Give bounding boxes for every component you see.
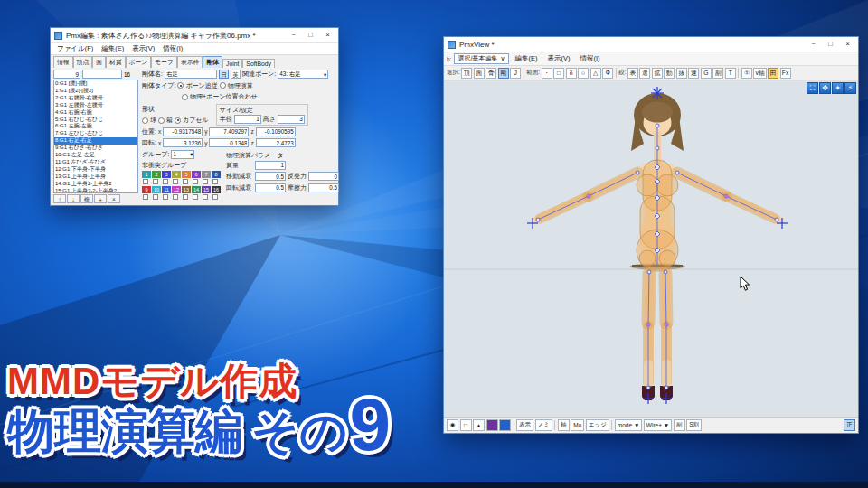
toggle-select-button[interactable]: 選 [639, 68, 650, 79]
rot-z-input[interactable] [256, 138, 296, 147]
group-cell[interactable]: 10 [152, 186, 161, 193]
pos-x-input[interactable] [163, 127, 203, 136]
pos-y-input[interactable] [209, 127, 249, 136]
select-rigidbody-button[interactable]: 剛 [498, 68, 509, 79]
list-item[interactable]: 12:G1 下半身-下半身 [54, 166, 137, 174]
group-cell[interactable]: 8 [212, 171, 221, 178]
group-cell[interactable]: 7 [202, 171, 211, 178]
delete-button[interactable]: × [108, 194, 120, 203]
rigidbody-name-input[interactable] [165, 70, 217, 79]
repulsion-input[interactable] [308, 172, 339, 181]
list-item[interactable]: 6:G1 左腕-左腕 [54, 123, 137, 130]
noncol-checkbox[interactable] [143, 179, 148, 184]
group-cell[interactable]: 9 [142, 186, 151, 193]
list-item[interactable]: 10:G1 左足-左足 [54, 152, 137, 159]
noncol-checkbox[interactable] [173, 194, 178, 200]
mass-input[interactable] [255, 161, 286, 170]
group-cell[interactable]: 15 [202, 186, 211, 193]
menu-view[interactable]: 表示(V) [544, 54, 574, 63]
group-cell[interactable]: 12 [172, 186, 181, 193]
light-view-icon[interactable]: ✦ [832, 82, 844, 94]
s-split-button[interactable]: S割 [686, 419, 702, 431]
fit-view-icon[interactable]: ⛶ [807, 82, 818, 94]
tab-morph[interactable]: モーフ [151, 56, 177, 68]
pos-z-input[interactable] [256, 127, 296, 136]
pmx-view-window[interactable]: PmxView * － □ × b: 選択/基本編集 ∨ 編集(E) 表示(V)… [443, 36, 859, 434]
friction-input[interactable] [308, 183, 339, 192]
type-radio-physics-bone[interactable] [182, 94, 188, 100]
tab-info[interactable]: 情報 [53, 56, 73, 68]
editor-titlebar[interactable]: Pmx編集 : 素体さん作る♪♪物理演算編 キャラ作業06.pmx * － □ … [51, 28, 338, 43]
group-cell[interactable]: 16 [212, 186, 221, 193]
grid-button[interactable]: 田 [768, 68, 778, 79]
related-bone-select[interactable]: 43: 右足 ▾ [278, 70, 328, 79]
mode-dropdown-button[interactable]: mode ▼ [615, 419, 643, 431]
fx-button[interactable]: Fx [780, 68, 791, 79]
edge-button[interactable]: エッジ [586, 419, 609, 431]
toggle-g-button[interactable]: G [701, 68, 712, 79]
rot-x-input[interactable] [163, 138, 203, 147]
en-toggle-button[interactable]: 英 [231, 70, 241, 79]
move-down-button[interactable]: ↓ [67, 194, 80, 203]
display-button[interactable]: 表示 [516, 419, 533, 431]
noncol-checkbox[interactable] [212, 179, 218, 184]
tab-softbody[interactable]: SoftBody [242, 59, 275, 68]
noncol-checkbox[interactable] [143, 194, 148, 200]
noncol-checkbox[interactable] [173, 179, 178, 184]
noncol-checkbox[interactable] [163, 179, 168, 184]
list-item[interactable]: 2:G1 右腰骨-右腰骨 [54, 95, 137, 102]
wire-dropdown-button[interactable]: Wire+ ▼ [644, 419, 672, 431]
list-item[interactable]: 3:G1 左腰骨-左腰骨 [54, 102, 137, 109]
toggle-scale-button[interactable]: 拡 [652, 68, 663, 79]
rot-y-input[interactable] [209, 138, 249, 147]
morph-button[interactable]: Mo [571, 419, 584, 431]
move-up-button[interactable]: ↑ [53, 194, 66, 203]
range-phi-button[interactable]: Φ [602, 68, 613, 79]
select-face-button[interactable]: 面 [474, 68, 485, 79]
move-damping-input[interactable] [255, 172, 286, 181]
noncol-checkbox[interactable] [212, 194, 218, 200]
menu-view[interactable]: 表示(V) [128, 44, 158, 53]
list-item[interactable]: 15:G1 上半身2-2-上半身2 [54, 188, 137, 193]
type-radio-bone-follow[interactable] [177, 82, 184, 89]
close-button[interactable]: × [839, 38, 856, 51]
menu-info[interactable]: 情報(I) [577, 54, 604, 63]
list-item[interactable]: 9:G1 右ひざ-右ひざ [54, 145, 137, 152]
triangle-icon[interactable]: ▲ [473, 419, 485, 431]
minimize-button[interactable]: － [285, 29, 302, 42]
toggle-move-button[interactable]: 動 [664, 68, 675, 79]
toggle-t-button[interactable]: T [725, 68, 736, 79]
tab-material[interactable]: 材質 [106, 56, 126, 68]
maximize-button[interactable]: □ [302, 29, 319, 42]
view-titlebar[interactable]: PmxView * － □ × [444, 37, 858, 52]
model-viewport[interactable]: ⛶ ✥ ✦ ⚡ [444, 80, 858, 417]
tab-joint[interactable]: Joint [222, 59, 242, 68]
duplicate-button[interactable]: 複 [80, 194, 93, 203]
noncol-checkbox[interactable] [163, 194, 168, 200]
list-index-input[interactable] [53, 70, 80, 79]
purple-swatch[interactable] [486, 419, 498, 431]
sub-button[interactable]: 副 [674, 419, 685, 431]
menu-edit[interactable]: 編集(E) [98, 44, 127, 53]
minimize-button[interactable]: － [805, 38, 822, 51]
add-button[interactable]: ＋ [94, 194, 107, 203]
noncol-checkbox[interactable] [183, 179, 188, 184]
menu-edit[interactable]: 編集(E) [512, 54, 542, 63]
tab-face[interactable]: 面 [92, 56, 106, 68]
target-icon[interactable]: ◉ [447, 419, 458, 431]
maximize-button[interactable]: □ [822, 38, 839, 51]
noncol-checkbox[interactable] [193, 194, 198, 200]
group-cell[interactable]: 13 [182, 186, 191, 193]
group-select[interactable]: 1 ▾ [171, 150, 194, 159]
pan-view-icon[interactable]: ✥ [819, 82, 831, 94]
range-circle-button[interactable]: ○ [578, 68, 589, 79]
jp-toggle-button[interactable]: 日 [219, 70, 229, 79]
circle-one-button[interactable]: ① [741, 68, 752, 79]
noncol-checkbox[interactable] [153, 179, 158, 184]
toggle-extract-button[interactable]: 抜 [676, 68, 687, 79]
list-item[interactable]: 4:G1 右腕-右腕 [54, 109, 137, 117]
character-model-canvas[interactable] [444, 80, 858, 417]
close-button[interactable]: × [319, 29, 336, 42]
toggle-sub-button[interactable]: 副 [712, 68, 723, 79]
group-cell[interactable]: 5 [182, 171, 191, 178]
